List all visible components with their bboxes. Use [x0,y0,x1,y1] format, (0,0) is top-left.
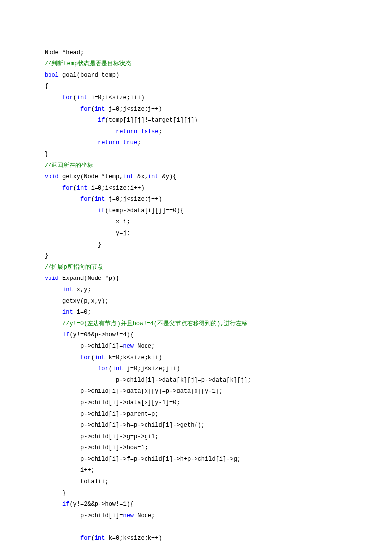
code-token: ( [73,94,77,101]
code-line: } [45,239,347,251]
code-token: p->child[i]->h=p->child[i]->geth(); [45,422,205,429]
code-token: getxy(Node *temp, [59,173,123,180]
code-token: ( [109,365,112,372]
code-token: bool [45,72,59,79]
code-token: int [95,196,105,203]
code-token: i=0; [73,309,91,316]
code-token: return [98,139,119,146]
code-token: y=j; [45,230,130,237]
code-line: void getxy(Node *temp,int &x,int &y){ [45,171,347,183]
code-token: (y!=2&&p->how!=1){ [69,501,134,508]
code-token: (temp[i][j]!=target[i][j]) [105,117,197,124]
code-token [45,535,80,542]
code-line: bool goal(board temp) [45,70,347,81]
code-token: Node *head; [45,49,84,56]
code-token: &y){ [158,173,176,180]
code-token: p->child[i]->how=1; [45,444,148,451]
code-token: for [62,94,73,101]
code-token: k=0;k<size;k++) [105,535,162,542]
code-token [45,332,62,338]
code-token: p->child[i]->data[k][j]=p->data[k][j]; [45,377,251,384]
code-line: p->child[i]->f=p->child[i]->h+p->child[i… [45,454,347,465]
code-token: (y!=0&&p->how!=4){ [69,332,134,338]
code-token: for [80,354,91,361]
code-line: p->child[i]->h=p->child[i]->geth(); [45,420,347,431]
code-line: //返回所在的坐标 [45,160,347,171]
code-line: //y!=0(左边有节点)并且how!=4(不是父节点右移得到的),进行左移 [45,318,347,330]
code-token: p->child[i]->data[x][y-1]=0; [45,399,180,406]
code-line: for(int j=0;j<size;j++) [45,194,347,205]
code-token: i=0;i<size;i++) [87,185,144,192]
code-token: for [98,365,109,372]
code-token: int [95,354,105,361]
code-token: for [80,535,91,542]
code-token: if [62,501,69,508]
code-token: ( [91,106,95,112]
code-token: (temp->data[i][j]==0){ [105,207,183,214]
code-line: for(int k=0;k<size;k++) [45,352,347,364]
code-token: void [45,275,59,282]
code-line: total++; [45,476,347,488]
code-token: p->child[i]->g=p->g+1; [45,433,158,440]
code-line: i++; [45,465,347,476]
code-line: p->child[i]->data[k][j]=p->data[k][j]; [45,375,347,386]
code-token: //返回所在的坐标 [45,162,93,169]
code-line: return true; [45,137,347,149]
code-line: for(int j=0;j<size;j++) [45,104,347,115]
code-token: x=i; [45,219,130,225]
code-token [45,501,62,508]
code-token: int [95,106,105,112]
code-line: if(temp->data[i][j]==0){ [45,205,347,217]
code-token: //y!=0(左边有节点)并且how!=4(不是父节点右移得到的),进行左移 [62,320,247,327]
code-token: } [45,241,101,248]
code-token: ( [91,196,95,203]
code-token: i=0;i<size;i++) [87,94,144,101]
code-line: p->child[i]->parent=p; [45,409,347,420]
code-line: //判断temp状态是否是目标状态 [45,58,347,70]
code-token: new [123,343,134,350]
code-line: p->child[i]=new Node; [45,510,347,522]
code-token: } [45,151,48,158]
code-token: ; [158,128,162,135]
code-token: int [148,173,159,180]
code-token [45,94,62,101]
code-line: getxy(p,x,y); [45,296,347,307]
code-token [45,207,98,214]
code-token [45,185,62,192]
code-page: Node *head;//判断temp状态是否是目标状态bool goal(bo… [0,0,392,555]
code-token [45,354,80,361]
code-token: i++; [45,467,95,474]
code-token: int [95,535,105,542]
code-line: } [45,250,347,262]
code-token: new [123,512,134,519]
code-token: int [62,286,73,293]
code-token: int [77,94,88,101]
code-token: //扩展p所指向的节点 [45,264,103,271]
code-line: if(temp[i][j]!=target[i][j]) [45,115,347,126]
code-token [45,106,80,112]
code-token: goal(board temp) [59,72,119,79]
code-line: return false; [45,126,347,138]
code-line [45,521,347,533]
code-token: if [98,117,105,124]
code-token: } [45,252,48,259]
code-token: j=0;j<size;j++) [123,365,180,372]
code-token: return [116,128,137,135]
code-line: } [45,488,347,499]
code-line: void Expand(Node *p){ [45,273,347,284]
code-line: p->child[i]->how=1; [45,443,347,454]
code-token: j=0;j<size;j++) [105,106,162,112]
code-token [45,128,116,135]
code-token: Node; [134,343,155,350]
code-token: if [62,332,69,338]
code-token: Node; [134,512,155,519]
code-token [45,286,62,293]
code-token: int [112,365,123,372]
code-line: for(int i=0;i<size;i++) [45,183,347,194]
code-line: int i=0; [45,307,347,318]
code-token: p->child[i]->data[x][y]=p->data[x][y-1]; [45,388,223,395]
code-line: p->child[i]->data[x][y-1]=0; [45,397,347,409]
code-line: Node *head; [45,47,347,58]
code-token: } [45,490,66,497]
code-line: x=i; [45,217,347,228]
